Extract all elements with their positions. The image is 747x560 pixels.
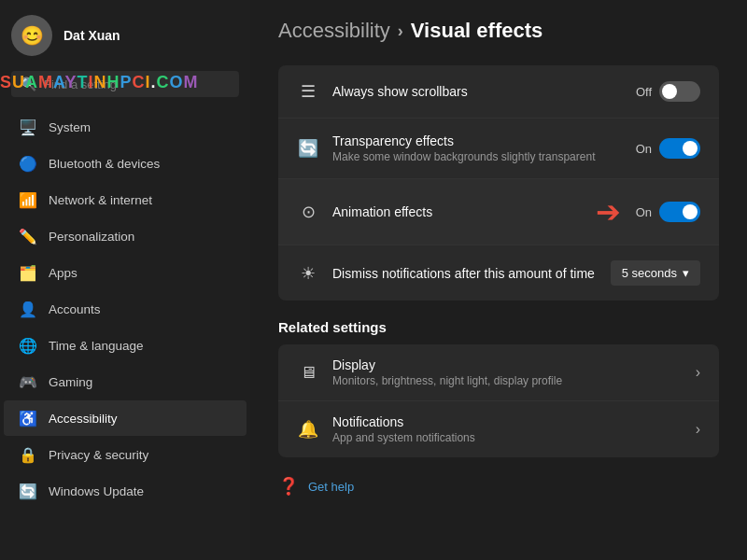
notifications-related-title: Notifications [332,414,683,429]
notifications-text: Dismiss notifications after this amount … [332,266,598,281]
display-related-row[interactable]: 🖥 Display Monitors, brightness, night li… [278,344,719,401]
sidebar-item-label: Apps [49,266,78,280]
transparency-row: 🔄 Transparency effects Make some window … [278,119,719,179]
network-icon: 📶 [19,190,37,209]
transparency-control: On [636,138,700,159]
display-chevron-icon: › [696,364,700,381]
related-settings-section: 🖥 Display Monitors, brightness, night li… [278,344,719,457]
sidebar-item-gaming[interactable]: 🎮 Gaming [4,364,247,399]
animation-toggle-label: On [636,205,652,219]
sidebar-item-label: Windows Update [49,484,144,498]
chevron-down-icon: ▾ [683,266,689,280]
notifications-related-text: Notifications App and system notificatio… [332,414,683,444]
notifications-dropdown[interactable]: 5 seconds ▾ [611,260,700,286]
animation-row: ⊙ Animation effects ➔ On [278,179,719,245]
get-help-label: Get help [308,480,354,494]
sidebar-item-label: Gaming [49,375,92,389]
search-input[interactable] [44,77,230,91]
transparency-toggle-label: On [636,142,652,156]
transparency-icon: 🔄 [297,137,319,160]
get-help-link[interactable]: ❓ Get help [278,472,719,500]
scrollbars-control: Off [636,81,700,102]
nav-list: 🖥️ System 🔵 Bluetooth & devices 📶 Networ… [0,105,250,560]
notifications-related-icon: 🔔 [297,418,319,441]
sidebar: 😊 Dat Xuan SUAMAYTINHPCI.COM 🔍 🖥️ System… [0,0,250,560]
sidebar-item-label: Bluetooth & devices [49,157,160,171]
sidebar-item-label: Personalization [49,230,134,244]
scrollbars-title: Always show scrollbars [332,84,623,99]
search-box[interactable]: 🔍 [11,71,239,97]
accessibility-icon: ♿ [19,409,37,427]
user-name: Dat Xuan [63,28,120,43]
notifications-related-row[interactable]: 🔔 Notifications App and system notificat… [278,401,719,457]
display-related-text: Display Monitors, brightness, night ligh… [332,357,683,387]
notifications-icon: ☀ [297,262,319,285]
sidebar-item-network[interactable]: 📶 Network & internet [4,182,247,217]
animation-title: Animation effects [332,204,583,219]
apps-icon: 🗂️ [19,263,37,282]
personalization-icon: ✏️ [19,227,37,245]
notifications-dropdown-value: 5 seconds [622,266,677,280]
sidebar-item-label: Time & language [49,339,144,353]
sidebar-item-apps[interactable]: 🗂️ Apps [4,255,247,290]
sidebar-item-label: Accounts [49,302,101,316]
main-content: Accessibility › Visual effects ☰ Always … [250,0,747,560]
accounts-icon: 👤 [19,300,37,318]
animation-control: ➔ On [596,194,700,230]
get-help-icon: ❓ [278,476,299,497]
breadcrumb-current: Visual effects [411,19,543,43]
breadcrumb-separator: › [398,21,403,41]
search-icon: 🔍 [21,77,36,91]
related-settings-title: Related settings [278,319,719,335]
transparency-title: Transparency effects [332,133,623,148]
sidebar-item-personalization[interactable]: ✏️ Personalization [4,218,247,254]
bluetooth-icon: 🔵 [19,154,37,173]
scrollbars-icon: ☰ [297,80,319,103]
gaming-icon: 🎮 [19,372,37,391]
sidebar-item-label: Network & internet [49,193,152,207]
sidebar-item-accounts[interactable]: 👤 Accounts [4,291,247,327]
animation-icon: ⊙ [297,201,319,223]
sidebar-item-label: System [49,120,91,134]
breadcrumb: Accessibility › Visual effects [278,19,719,43]
transparency-toggle[interactable] [659,138,700,159]
system-icon: 🖥️ [19,118,37,136]
notifications-related-desc: App and system notifications [332,431,683,444]
display-related-icon: 🖥 [297,361,319,384]
scrollbars-toggle-thumb [662,84,677,99]
notifications-chevron-icon: › [696,421,700,438]
scrollbars-text: Always show scrollbars [332,84,623,99]
sidebar-item-label: Privacy & security [49,448,148,462]
red-arrow-icon: ➔ [596,194,621,230]
breadcrumb-parent: Accessibility [278,19,390,43]
sidebar-item-time[interactable]: 🌐 Time & language [4,328,247,363]
display-related-title: Display [332,357,683,372]
transparency-desc: Make some window backgrounds slightly tr… [332,150,623,163]
sidebar-item-system[interactable]: 🖥️ System [4,109,247,145]
update-icon: 🔄 [19,482,37,500]
display-related-desc: Monitors, brightness, night light, displ… [332,374,683,387]
transparency-toggle-thumb [683,141,698,156]
animation-text: Animation effects [332,204,583,219]
notifications-title: Dismiss notifications after this amount … [332,266,598,281]
user-profile[interactable]: 😊 Dat Xuan [0,0,250,67]
scrollbars-row: ☰ Always show scrollbars Off [278,65,719,119]
sidebar-item-privacy[interactable]: 🔒 Privacy & security [4,437,247,472]
sidebar-item-update[interactable]: 🔄 Windows Update [4,473,247,509]
time-icon: 🌐 [19,336,37,355]
sidebar-item-accessibility[interactable]: ♿ Accessibility [4,400,247,436]
scrollbars-toggle-label: Off [636,85,652,99]
animation-toggle[interactable] [659,202,700,222]
settings-section: ☰ Always show scrollbars Off 🔄 Transpare… [278,65,719,301]
scrollbars-toggle[interactable] [659,81,700,102]
notifications-row: ☀ Dismiss notifications after this amoun… [278,245,719,301]
animation-toggle-thumb [683,204,698,219]
sidebar-item-label: Accessibility [49,412,118,426]
avatar: 😊 [11,15,52,56]
privacy-icon: 🔒 [19,445,37,464]
transparency-text: Transparency effects Make some window ba… [332,133,623,163]
notifications-control[interactable]: 5 seconds ▾ [611,260,700,286]
sidebar-item-bluetooth[interactable]: 🔵 Bluetooth & devices [4,146,247,181]
